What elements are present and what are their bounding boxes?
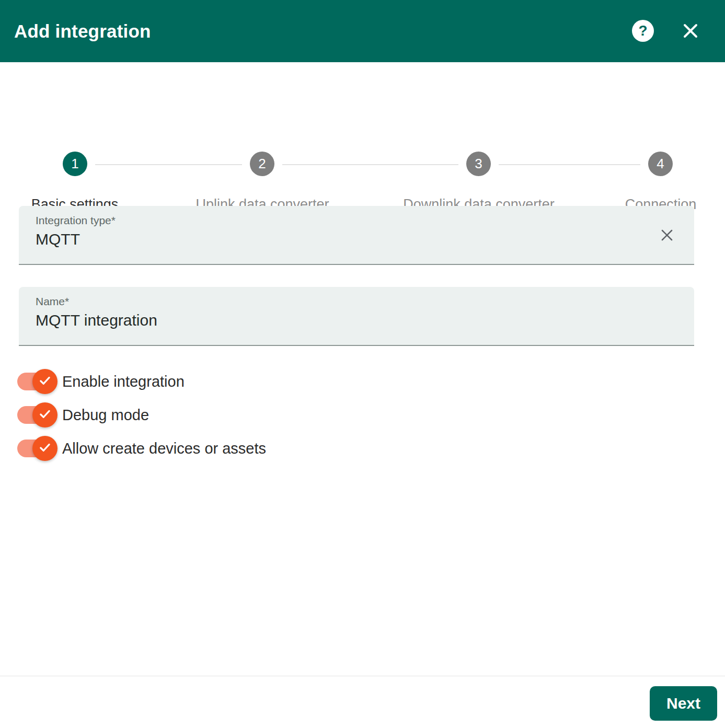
stepper: 1 2 3 4 Basic settings Uplink data conve… (0, 62, 725, 206)
allow-create-devices-toggle[interactable] (17, 436, 57, 461)
check-icon (37, 440, 53, 457)
toggle-row-allow-create: Allow create devices or assets (17, 436, 725, 461)
enable-integration-toggle[interactable] (17, 369, 57, 394)
toggle-row-debug-mode: Debug mode (17, 402, 725, 427)
toggle-thumb (32, 369, 57, 394)
help-button[interactable]: ? (632, 20, 654, 42)
clear-icon (659, 227, 675, 245)
toggle-row-enable-integration: Enable integration (17, 369, 725, 394)
step-3-circle[interactable]: 3 (466, 152, 491, 176)
debug-mode-toggle[interactable] (17, 402, 57, 427)
form-basic-settings: Integration type* Name* (0, 206, 725, 469)
integration-type-label: Integration type* (36, 214, 652, 227)
close-icon (681, 34, 700, 42)
toggle-list: Enable integration Debug mode (17, 369, 725, 461)
step-4-circle[interactable]: 4 (648, 152, 673, 176)
name-input[interactable] (36, 311, 652, 329)
dialog-title: Add integration (14, 21, 151, 42)
toggle-thumb (32, 436, 57, 461)
step-connector (95, 164, 242, 165)
enable-integration-label: Enable integration (62, 373, 185, 390)
close-button[interactable] (681, 21, 700, 40)
integration-type-input[interactable] (36, 230, 652, 248)
step-connector (282, 164, 458, 165)
step-1-circle[interactable]: 1 (63, 152, 87, 176)
toggle-thumb (32, 402, 57, 427)
next-button[interactable]: Next (650, 686, 717, 721)
debug-mode-label: Debug mode (62, 407, 149, 424)
integration-type-field[interactable]: Integration type* (19, 206, 694, 265)
dialog-footer: Next (0, 676, 725, 728)
clear-integration-type-button[interactable] (655, 224, 678, 247)
name-label: Name* (36, 295, 652, 308)
check-icon (37, 406, 53, 424)
step-connector (499, 164, 640, 165)
add-integration-dialog: Add integration ? 1 2 3 4 Basic settings… (0, 0, 725, 728)
help-icon: ? (632, 20, 654, 42)
allow-create-devices-label: Allow create devices or assets (62, 440, 266, 457)
step-2-circle[interactable]: 2 (250, 152, 274, 176)
dialog-header: Add integration ? (0, 0, 725, 62)
name-field[interactable]: Name* (19, 287, 694, 346)
check-icon (37, 373, 53, 390)
